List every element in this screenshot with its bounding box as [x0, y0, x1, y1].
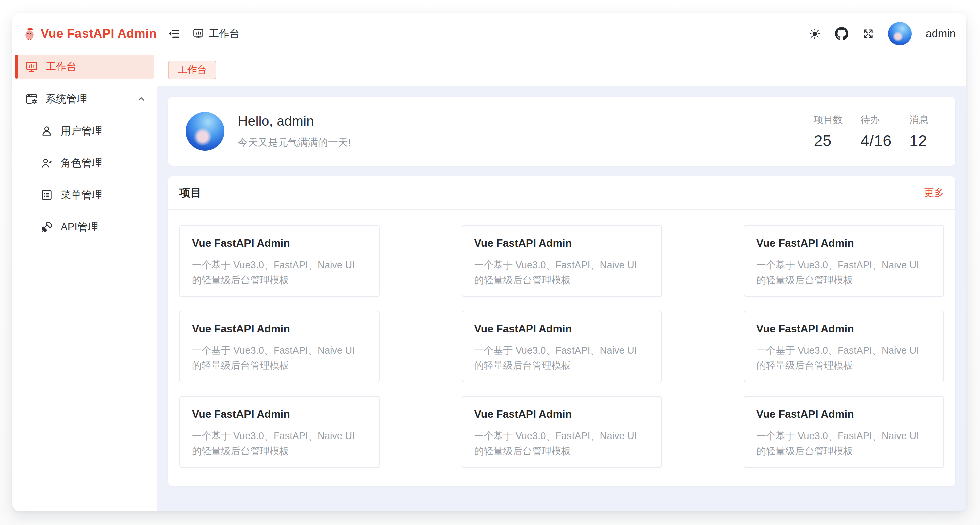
project-card-description: 一个基于 Vue3.0、FastAPI、Naive UI 的轻量级后台管理模板 [756, 343, 931, 373]
menu-fold-icon [168, 27, 180, 40]
projects-panel: 项目 更多 Vue FastAPI Admin 一个基于 Vue3.0、Fast… [168, 177, 955, 486]
stat-label: 消息 [909, 113, 939, 127]
project-card-title: Vue FastAPI Admin [756, 408, 931, 420]
sidebar-item-system[interactable]: 系统管理 [15, 87, 154, 111]
app-title: Vue FastAPI Admin [41, 27, 157, 41]
app-window: Vue FastAPI Admin 工作台 [12, 13, 966, 511]
sidebar-item-label: 角色管理 [61, 156, 102, 170]
projects-title: 项目 [179, 185, 201, 200]
welcome-card: Hello, admin 今天又是元气满满的一天! 项目数 25 待办 4/16… [168, 97, 955, 165]
project-card-title: Vue FastAPI Admin [474, 323, 649, 335]
project-card[interactable]: Vue FastAPI Admin 一个基于 Vue3.0、FastAPI、Na… [743, 225, 944, 297]
project-card-description: 一个基于 Vue3.0、FastAPI、Naive UI 的轻量级后台管理模板 [192, 258, 367, 288]
api-plug-icon [40, 220, 53, 234]
tag-workbench[interactable]: 工作台 [168, 61, 216, 80]
user-avatar[interactable] [888, 22, 912, 45]
sidebar-item-menus[interactable]: 菜单管理 [15, 183, 154, 207]
sidebar-item-label: 系统管理 [46, 92, 87, 106]
project-card[interactable]: Vue FastAPI Admin 一个基于 Vue3.0、FastAPI、Na… [179, 310, 380, 382]
stats-group: 项目数 25 待办 4/16 消息 12 [814, 113, 939, 150]
workbench-monitor-icon [25, 60, 38, 73]
workbench-monitor-icon [192, 28, 204, 40]
menu-list-icon [40, 188, 53, 202]
chick-logo-icon [24, 22, 35, 45]
sidebar-item-users[interactable]: 用户管理 [15, 119, 154, 143]
main-area: 工作台 [157, 13, 966, 511]
breadcrumb-label: 工作台 [209, 27, 240, 41]
sidebar-item-label: 用户管理 [61, 124, 102, 138]
project-card[interactable]: Vue FastAPI Admin 一个基于 Vue3.0、FastAPI、Na… [743, 396, 944, 468]
sidebar-item-api[interactable]: API管理 [15, 215, 154, 239]
user-icon [40, 124, 53, 138]
sidebar-item-roles[interactable]: 角色管理 [15, 151, 154, 175]
fullscreen-button[interactable] [862, 28, 874, 40]
project-card-description: 一个基于 Vue3.0、FastAPI、Naive UI 的轻量级后台管理模板 [756, 258, 931, 288]
github-icon [835, 27, 848, 40]
sidebar-item-label: 工作台 [46, 60, 77, 74]
collapse-sidebar-button[interactable] [168, 27, 180, 40]
system-settings-icon [25, 92, 38, 105]
content-area: Hello, admin 今天又是元气满满的一天! 项目数 25 待办 4/16… [157, 86, 966, 511]
project-card-title: Vue FastAPI Admin [756, 237, 931, 250]
project-card[interactable]: Vue FastAPI Admin 一个基于 Vue3.0、FastAPI、Na… [179, 396, 380, 468]
welcome-avatar [186, 112, 224, 151]
github-link-button[interactable] [835, 27, 848, 40]
project-card-description: 一个基于 Vue3.0、FastAPI、Naive UI 的轻量级后台管理模板 [192, 343, 367, 373]
fullscreen-icon [862, 28, 874, 40]
project-card-title: Vue FastAPI Admin [192, 237, 367, 250]
stat-label: 项目数 [814, 113, 843, 127]
welcome-greeting: Hello, admin [238, 113, 814, 129]
project-card-title: Vue FastAPI Admin [474, 408, 649, 420]
project-card[interactable]: Vue FastAPI Admin 一个基于 Vue3.0、FastAPI、Na… [743, 310, 944, 382]
theme-sun-icon [809, 28, 821, 40]
projects-more-link[interactable]: 更多 [924, 186, 944, 200]
project-card-description: 一个基于 Vue3.0、FastAPI、Naive UI 的轻量级后台管理模板 [474, 428, 649, 458]
project-card[interactable]: Vue FastAPI Admin 一个基于 Vue3.0、FastAPI、Na… [461, 225, 662, 297]
tags-bar: 工作台 [157, 54, 966, 86]
app-logo[interactable]: Vue FastAPI Admin [12, 13, 157, 54]
sidebar-menu: 工作台 系统管理 [12, 54, 157, 247]
projects-panel-header: 项目 更多 [168, 177, 955, 210]
sidebar: Vue FastAPI Admin 工作台 [12, 13, 157, 511]
project-card-description: 一个基于 Vue3.0、FastAPI、Naive UI 的轻量级后台管理模板 [474, 343, 649, 373]
role-user-icon [40, 156, 53, 170]
welcome-message: 今天又是元气满满的一天! [238, 135, 814, 149]
project-card-description: 一个基于 Vue3.0、FastAPI、Naive UI 的轻量级后台管理模板 [192, 428, 367, 458]
username-label[interactable]: admin [926, 27, 956, 40]
project-card-description: 一个基于 Vue3.0、FastAPI、Naive UI 的轻量级后台管理模板 [756, 428, 931, 458]
project-card-description: 一个基于 Vue3.0、FastAPI、Naive UI 的轻量级后台管理模板 [474, 258, 649, 288]
theme-toggle-button[interactable] [809, 28, 821, 40]
stat-value: 4/16 [861, 131, 892, 150]
page-background: Vue FastAPI Admin 工作台 [0, 0, 980, 525]
projects-grid: Vue FastAPI Admin 一个基于 Vue3.0、FastAPI、Na… [168, 210, 955, 486]
project-card[interactable]: Vue FastAPI Admin 一个基于 Vue3.0、FastAPI、Na… [461, 396, 662, 468]
stat-projects: 项目数 25 [814, 113, 843, 150]
sidebar-item-label: 菜单管理 [61, 188, 102, 202]
stat-value: 25 [814, 131, 843, 150]
breadcrumb[interactable]: 工作台 [192, 27, 240, 41]
project-card-title: Vue FastAPI Admin [192, 323, 367, 335]
sidebar-item-label: API管理 [61, 220, 98, 234]
stat-label: 待办 [861, 113, 892, 127]
stat-messages: 消息 12 [909, 113, 939, 150]
stat-value: 12 [909, 131, 939, 150]
top-header: 工作台 [157, 13, 966, 54]
project-card-title: Vue FastAPI Admin [192, 408, 367, 420]
stat-todos: 待办 4/16 [861, 113, 892, 150]
project-card[interactable]: Vue FastAPI Admin 一个基于 Vue3.0、FastAPI、Na… [179, 225, 380, 297]
project-card-title: Vue FastAPI Admin [756, 323, 931, 335]
sidebar-item-workbench[interactable]: 工作台 [15, 55, 154, 79]
chevron-up-icon [135, 93, 147, 105]
project-card[interactable]: Vue FastAPI Admin 一个基于 Vue3.0、FastAPI、Na… [461, 310, 662, 382]
project-card-title: Vue FastAPI Admin [474, 237, 649, 250]
